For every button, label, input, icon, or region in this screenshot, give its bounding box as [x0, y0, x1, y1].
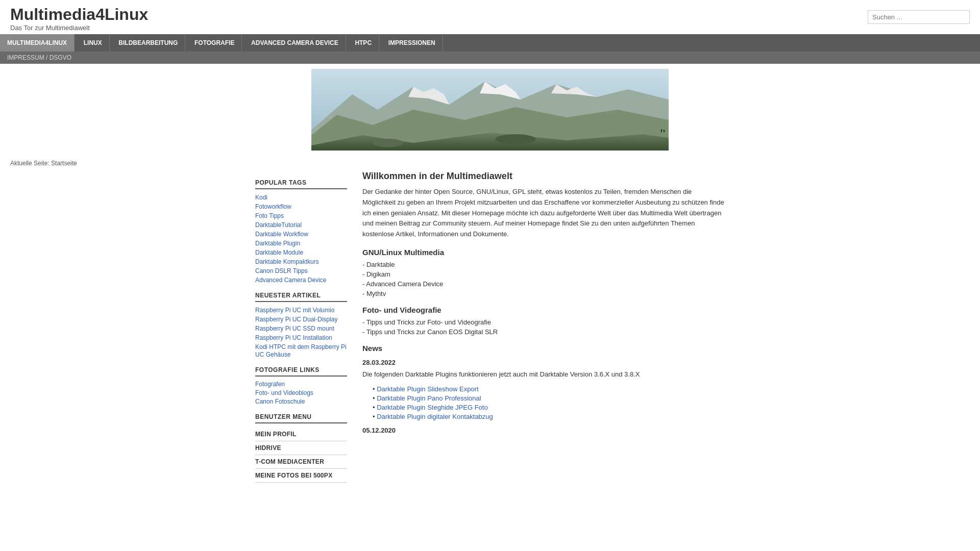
nav-item-multimedia4linux[interactable]: MULTIMEDIA4LINUX [0, 34, 75, 52]
user-menu-hidrive[interactable]: HIDRIVE [255, 441, 347, 455]
nav-item-bildbearbeitung[interactable]: BILDBEARBEITUNG [111, 34, 185, 52]
sidebar: POPULAR TAGS Kodi Fotoworkflow Foto Tipp… [255, 171, 357, 483]
list-item: Raspberry Pi UC Dual-Display [255, 315, 347, 323]
svg-point-8 [495, 134, 536, 144]
user-menu-tcom-mediacenter[interactable]: T-COM MEDIACENTER [255, 455, 347, 469]
main-content: Willkommen in der Multimediawelt Der Ged… [357, 171, 725, 483]
news-date-2: 05.12.2020 [362, 427, 725, 434]
tag-fotoworkflow[interactable]: Fotoworkflow [255, 203, 291, 210]
user-menu-mein-profil[interactable]: MEIN PROFIL [255, 428, 347, 441]
welcome-text: Der Gedanke der hinter Open Source, GNU/… [362, 187, 725, 240]
gnu-linux-items: Darktable Digikam Advanced Camera Device… [362, 261, 725, 297]
tag-darktable-tutorial[interactable]: DarktableTutorial [255, 221, 302, 229]
nav-item-htpc[interactable]: HTPC [348, 34, 379, 52]
link-canon-fotoschule[interactable]: Canon Fotoschule [255, 398, 347, 405]
gnu-linux-title: GNU/Linux Multimedia [362, 248, 725, 257]
breadcrumb: Aktuelle Seite: Startseite [0, 156, 980, 171]
search-form [868, 10, 970, 24]
news-link-pano[interactable]: Darktable Plugin Pano Professional [377, 394, 481, 402]
tag-canon-dslr-tipps[interactable]: Canon DSLR Tipps [255, 267, 308, 274]
foto-video-items: Tipps und Tricks zur Foto- und Videograf… [362, 318, 725, 336]
news-date-1: 28.03.2022 [362, 359, 725, 366]
welcome-title: Willkommen in der Multimediawelt [362, 171, 725, 182]
gnu-item-advanced-camera: Advanced Camera Device [362, 280, 725, 288]
tag-darktable-plugin[interactable]: Darktable Plugin [255, 240, 300, 247]
link-fotografen[interactable]: Fotografen [255, 381, 347, 388]
newest-articles-list: Raspberry Pi UC mit Volumio Raspberry Pi… [255, 306, 347, 358]
article-raspberry-uc-installation[interactable]: Raspberry Pi UC Installation [255, 334, 332, 341]
list-item: Darktable Kompaktkurs [255, 258, 347, 265]
article-raspberry-ssd[interactable]: Raspberry Pi UC SSD mount [255, 325, 334, 332]
article-kodi-htpc-raspberry[interactable]: Kodi HTPC mit dem Raspberry Pi UC Gehäus… [255, 343, 347, 358]
list-item: Advanced Camera Device [255, 276, 347, 284]
svg-point-7 [373, 139, 403, 147]
news-link-kontaktabzug[interactable]: Darktable Plugin digitaler Kontaktabzug [377, 413, 493, 420]
newest-articles-title: NEUESTER ARTIKEL [255, 292, 347, 302]
tag-darktable-kompaktkurs[interactable]: Darktable Kompaktkurs [255, 258, 319, 265]
fotografie-links: Fotografen Foto- und Videoblogs Canon Fo… [255, 381, 347, 405]
site-tagline: Das Tor zur Multimediawelt [10, 24, 148, 32]
main-nav: MULTIMEDIA4LINUX LINUX BILDBEARBEITUNG F… [0, 34, 980, 52]
nav-sub-item-impressum[interactable]: IMPRESSUM / DSGVO [0, 52, 79, 64]
article-raspberry-dual-display[interactable]: Raspberry Pi UC Dual-Display [255, 316, 337, 323]
list-item: Raspberry Pi UC SSD mount [255, 324, 347, 332]
sub-nav: IMPRESSUM / DSGVO [0, 52, 980, 64]
fotografie-links-title: FOTOGRAFIE LINKS [255, 366, 347, 377]
list-item: Foto Tipps [255, 212, 347, 219]
list-item: Raspberry Pi UC Installation [255, 334, 347, 341]
list-item: Fotoworkflow [255, 203, 347, 210]
gnu-item-darktable: Darktable [362, 261, 725, 268]
svg-rect-10 [664, 130, 665, 132]
list-item: Darktable Plugin [255, 239, 347, 247]
svg-rect-9 [661, 129, 662, 132]
site-title: Multimedia4Linux [10, 5, 148, 24]
news-link-steghide[interactable]: Darktable Plugin Steghide JPEG Foto [377, 404, 488, 411]
news-text-1: Die folgenden Darktable Plugins funktion… [362, 369, 725, 380]
news-link-slideshow[interactable]: Darktable Plugin Slideshow Export [377, 385, 478, 393]
gnu-item-digikam: Digikam [362, 270, 725, 278]
hero-image [311, 69, 669, 151]
tag-advanced-camera-device[interactable]: Advanced Camera Device [255, 277, 326, 284]
popular-tags-title: POPULAR TAGS [255, 179, 347, 189]
gnu-item-mythtv: Mythtv [362, 290, 725, 297]
foto-item-tipps: Tipps und Tricks zur Foto- und Videograf… [362, 318, 725, 326]
nav-item-linux[interactable]: LINUX [77, 34, 110, 52]
nav-item-impressionen[interactable]: IMPRESSIONEN [381, 34, 443, 52]
list-item: Darktable Plugin Pano Professional [373, 394, 725, 402]
news-title: News [362, 344, 725, 353]
list-item: Raspberry Pi UC mit Volumio [255, 306, 347, 314]
search-input[interactable] [868, 10, 970, 24]
link-foto-videoblogs[interactable]: Foto- und Videoblogs [255, 389, 347, 396]
list-item: Darktable Plugin Steghide JPEG Foto [373, 404, 725, 411]
user-menu-meine-fotos[interactable]: MEINE FOTOS BEI 500PX [255, 469, 347, 483]
popular-tags-list: Kodi Fotoworkflow Foto Tipps DarktableTu… [255, 193, 347, 284]
list-item: DarktableTutorial [255, 221, 347, 229]
list-item: Kodi HTPC mit dem Raspberry Pi UC Gehäus… [255, 343, 347, 358]
tag-darktable-module[interactable]: Darktable Module [255, 249, 303, 256]
news-links-1: Darktable Plugin Slideshow Export Darkta… [373, 385, 725, 420]
list-item: Darktable Workflow [255, 230, 347, 238]
list-item: Darktable Plugin digitaler Kontaktabzug [373, 413, 725, 420]
nav-item-advanced-camera-device[interactable]: ADVANCED CAMERA DEVICE [244, 34, 346, 52]
tag-foto-tipps[interactable]: Foto Tipps [255, 212, 284, 219]
tag-kodi[interactable]: Kodi [255, 194, 267, 201]
foto-video-title: Foto- und Videografie [362, 306, 725, 314]
benutzer-menu-title: BENUTZER MENU [255, 413, 347, 423]
tag-darktable-workflow[interactable]: Darktable Workflow [255, 231, 308, 238]
list-item: Kodi [255, 193, 347, 201]
list-item: Darktable Module [255, 248, 347, 256]
list-item: Canon DSLR Tipps [255, 267, 347, 274]
nav-item-fotografie[interactable]: FOTOGRAFIE [187, 34, 242, 52]
foto-item-canon: Tipps und Tricks zur Canon EOS Digital S… [362, 328, 725, 336]
article-raspberry-volumio[interactable]: Raspberry Pi UC mit Volumio [255, 307, 334, 314]
list-item: Darktable Plugin Slideshow Export [373, 385, 725, 393]
